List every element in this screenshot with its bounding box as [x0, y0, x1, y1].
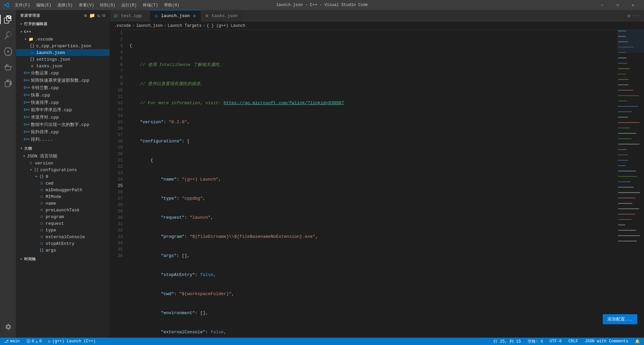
breadcrumb-launch-targets[interactable]: Launch Targets [168, 23, 202, 28]
breadcrumb-launch-json[interactable]: launch.json [136, 23, 163, 28]
activity-extensions[interactable] [0, 76, 16, 92]
menu-select[interactable]: 选择(S) [55, 2, 75, 9]
settings-json-file[interactable]: {} settings.json [16, 56, 110, 63]
status-git-branch[interactable]: ⎇ main [3, 338, 21, 345]
tasks-json-file[interactable]: ⚙ tasks.json [16, 63, 110, 69]
vscode-logo-icon [3, 2, 9, 8]
breadcrumb-vscode[interactable]: .vscode [114, 23, 131, 28]
open-editors-section[interactable]: 打开的编辑器 [16, 20, 110, 28]
menu-run[interactable]: 运行(R) [119, 2, 140, 9]
activity-explorer[interactable] [0, 11, 16, 27]
launch-json-file[interactable]: ⚙ launch.json [16, 49, 110, 56]
field-icon-cwd: □ [39, 181, 44, 186]
tab-test-cpp[interactable]: C test.cpp [110, 10, 150, 21]
outline-type[interactable]: □ type [16, 227, 110, 233]
activity-search[interactable] [0, 27, 16, 44]
editor-main[interactable]: 1 2 3 4 5 6 7 8 9 10 11 12 13 [110, 30, 617, 338]
outline-externalConsole[interactable]: □ externalConsole [16, 233, 110, 240]
maximize-button[interactable]: ❐ [610, 0, 625, 10]
cpp-file-5[interactable]: C++ 快速排序.cpp [16, 99, 110, 106]
sidebar-content: 打开的编辑器 C++ 📁 .vscode {} c_cpp_properties… [16, 20, 110, 338]
ln-32: 32 [113, 227, 124, 233]
timeline-section[interactable]: 时间轴 [16, 255, 110, 263]
ln-23: 23 [113, 170, 124, 176]
launch-json-icon: ⚙ [30, 50, 35, 55]
status-notifications[interactable]: 🔔 [634, 338, 641, 345]
eol-label: CRLF [569, 339, 578, 344]
outline-args[interactable]: [] args [16, 247, 110, 254]
sidebar-refresh-icon[interactable]: ↻ [97, 13, 100, 18]
status-language[interactable]: JSON with Comments [583, 338, 630, 345]
close-button[interactable]: ✕ [625, 0, 641, 10]
menu-edit[interactable]: 编辑(E) [34, 2, 54, 9]
cpp-label-10: 排列..... [31, 136, 53, 142]
cpp-file-10[interactable]: C++ 排列..... [16, 136, 110, 143]
breadcrumb-gpp-launch[interactable]: { } (g++) Launch [207, 23, 245, 28]
tab-launch-json[interactable]: ⚙ launch.json ✕ [150, 10, 201, 21]
activity-git[interactable] [0, 44, 16, 60]
outline-version[interactable]: □ version [16, 160, 110, 166]
code-area[interactable]: { // 使用 IntelliSense 了解相关属性。 // 悬停以查看现有属… [127, 30, 617, 338]
sidebar-collapse-icon[interactable]: ⊟ [103, 13, 106, 18]
status-encoding[interactable]: UTF-8 [548, 338, 563, 345]
outline-externalConsole-label: externalConsole [46, 234, 85, 239]
outline-version-label: version [35, 161, 53, 166]
activity-debug[interactable] [0, 60, 16, 76]
outline-preLaunchTask[interactable]: □ preLaunchTask [16, 207, 110, 213]
cpp-file-4[interactable]: C++ 快幕.cpp [16, 91, 110, 99]
status-bar: ⎇ main ⓪ 0 △ 0 ▷ (g++) Launch (C++) 行 25… [0, 338, 644, 345]
tab-bar: C test.cpp ⚙ launch.json ✕ ⚙ tasks.json [110, 10, 644, 22]
editor-content[interactable]: 1 2 3 4 5 6 7 8 9 10 11 12 13 [110, 30, 617, 338]
status-indent[interactable]: 空格: 4 [526, 338, 544, 345]
split-editor-icon[interactable]: ⊟ [627, 13, 630, 19]
cpp-file-7[interactable]: C++ 求逆序对.cpp [16, 114, 110, 121]
cpp-file-3[interactable]: C++ 卡特兰数.cpp [16, 84, 110, 91]
cpp-section[interactable]: C++ [16, 28, 110, 36]
tab-bar-spacer [241, 10, 625, 21]
cpp-file-9[interactable]: C++ 拓扑排序.cpp [16, 128, 110, 136]
outline-section[interactable]: 大纲 [16, 144, 110, 152]
outline-program[interactable]: □ program [16, 213, 110, 220]
menu-goto[interactable]: 转到(G) [97, 2, 118, 9]
sidebar-new-file-icon[interactable]: ⊕ [84, 13, 87, 18]
outline-config-0[interactable]: {} 0 [16, 173, 110, 180]
menu-view[interactable]: 查看(V) [76, 2, 97, 9]
ln-35: 35 [113, 246, 124, 253]
activity-settings[interactable] [0, 319, 16, 335]
json-lang-feature[interactable]: JSON 语言功能 [16, 152, 110, 160]
status-run-config[interactable]: ▷ (g++) Launch (C++) [47, 338, 97, 345]
vscode-folder[interactable]: 📁 .vscode [16, 36, 110, 43]
status-cursor[interactable]: 行 25, 列 15 [492, 338, 522, 345]
more-actions-icon[interactable]: ··· [633, 13, 641, 18]
tab-launch-json-close[interactable]: ✕ [192, 13, 197, 19]
tab-tasks-json[interactable]: ⚙ tasks.json [201, 10, 241, 21]
outline-MIMode[interactable]: □ MIMode [16, 193, 110, 200]
add-config-button[interactable]: 添加配置... [603, 314, 637, 324]
menu-help[interactable]: 帮助(H) [161, 2, 182, 9]
outline-configurations[interactable]: [] configurations [16, 166, 110, 173]
cpp-file-1[interactable]: C++ 分数运算.cpp [16, 69, 110, 77]
cpp-file-8[interactable]: C++ 数组中只出现一次的数字.cpp [16, 121, 110, 128]
cpp-label-3: 卡特兰数.cpp [31, 85, 59, 91]
cpp-file-6[interactable]: C++ 前序中序求后序.cpp [16, 106, 110, 114]
code-line-2: // 使用 IntelliSense 了解相关属性。 [129, 62, 617, 68]
code-line-14: "cwd": "${workspaceFolder}", [129, 291, 617, 297]
status-eol[interactable]: CRLF [567, 338, 580, 345]
outline-name[interactable]: □ name [16, 200, 110, 207]
menu-file[interactable]: 文件(F) [12, 2, 33, 9]
field-icon-miDebuggerPath: □ [39, 187, 44, 193]
outline-miDebuggerPath[interactable]: □ miDebuggerPath [16, 187, 110, 193]
status-errors[interactable]: ⓪ 0 △ 0 [25, 338, 43, 345]
outline-stopAtEntry[interactable]: □ stopAtEntry [16, 240, 110, 247]
sidebar-new-folder-icon[interactable]: 📁 [89, 13, 95, 18]
launch-json-label: launch.json [36, 50, 65, 55]
outline-request[interactable]: □ request [16, 220, 110, 227]
ln-10: 10 [113, 87, 124, 93]
menu-terminal[interactable]: 终端(T) [140, 2, 161, 9]
cpp-file-2[interactable]: C++ 矩阵快速幂求斐波那契数.cpp [16, 77, 110, 84]
outline-cwd[interactable]: □ cwd [16, 180, 110, 187]
minimize-button[interactable]: — [594, 0, 610, 10]
ln-12: 12 [113, 100, 124, 106]
c-cpp-properties-file[interactable]: {} c_cpp_properties.json [16, 43, 110, 49]
outline-label: 大纲 [24, 146, 32, 151]
